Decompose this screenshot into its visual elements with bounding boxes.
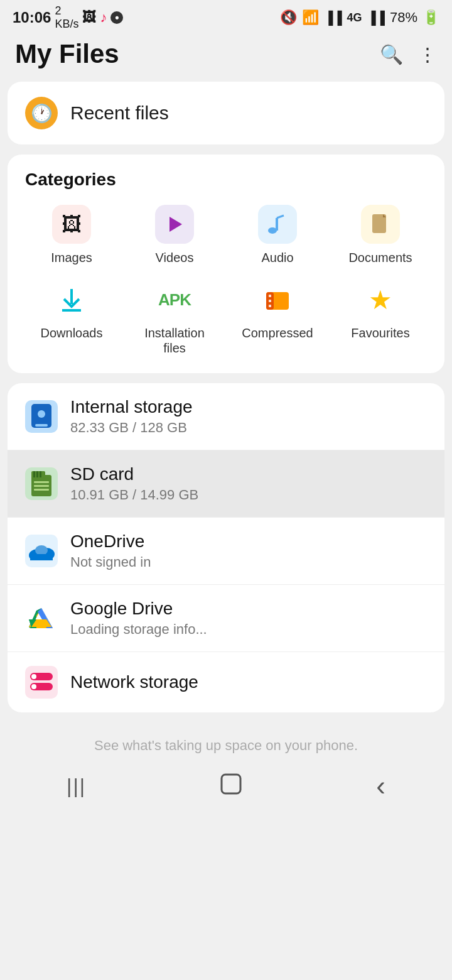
onedrive-info: OneDrive Not signed in (70, 531, 151, 570)
nav-back[interactable]: ‹ (376, 770, 385, 802)
downloads-label: Downloads (41, 325, 103, 340)
installation-icon: APK (155, 280, 194, 319)
header-actions: 🔍 ⋮ (380, 43, 437, 65)
svg-point-45 (31, 674, 36, 679)
svg-point-25 (35, 545, 48, 555)
categories-card: Categories 🖼 Images Videos (8, 155, 444, 373)
documents-icon (361, 205, 400, 244)
category-favourites[interactable]: ★ Favourites (329, 280, 432, 356)
header: My Files 🔍 ⋮ (0, 33, 452, 82)
svg-point-1 (268, 227, 277, 234)
time: 10:06 (13, 9, 51, 26)
sdcard-info: SD card 10.91 GB / 14.99 GB (70, 464, 198, 503)
wifi-icon: 📶 (302, 9, 319, 26)
signal2-icon: ▐▐ (367, 11, 385, 25)
svg-rect-21 (34, 485, 49, 487)
gdrive-detail: Loading storage info... (70, 621, 207, 638)
category-compressed[interactable]: Compressed (226, 280, 329, 356)
images-label: Images (51, 250, 92, 265)
svg-rect-10 (269, 300, 271, 302)
internal-storage-name: Internal storage (70, 397, 193, 417)
onedrive-icon (25, 535, 58, 567)
storage-sdcard[interactable]: SD card 10.91 GB / 14.99 GB (8, 450, 444, 517)
network-icon (25, 666, 58, 699)
images-icon: 🖼 (52, 205, 91, 244)
svg-rect-9 (269, 295, 271, 297)
gdrive-name: Google Drive (70, 599, 207, 619)
page-title: My Files (15, 39, 119, 69)
recent-files-card[interactable]: 🕐 Recent files (8, 82, 444, 144)
recent-files-row[interactable]: 🕐 Recent files (8, 82, 444, 144)
nav-home[interactable] (219, 772, 243, 800)
battery-text: 78% (390, 9, 417, 26)
sdcard-name: SD card (70, 464, 198, 484)
category-documents[interactable]: Documents (329, 205, 432, 265)
svg-point-46 (31, 684, 36, 689)
svg-rect-18 (36, 471, 38, 477)
signal-icon: ▐▐ (324, 11, 342, 25)
network-info: Network storage (70, 672, 198, 692)
category-audio[interactable]: Audio (226, 205, 329, 265)
category-installation[interactable]: APK Installation files (123, 280, 226, 356)
videos-icon (155, 205, 194, 244)
kb-indicator: 2KB/s (55, 4, 78, 31)
svg-rect-13 (35, 424, 48, 427)
onedrive-name: OneDrive (70, 531, 151, 552)
nav-bar: ||| ‹ (0, 760, 452, 817)
svg-rect-2 (276, 218, 278, 231)
svg-rect-22 (34, 489, 49, 491)
more-icon[interactable]: ⋮ (418, 43, 437, 65)
dot-indicator: • (110, 11, 123, 24)
network-4g: 4G (347, 11, 362, 24)
onedrive-detail: Not signed in (70, 554, 151, 570)
svg-rect-47 (222, 775, 240, 793)
sdcard-detail: 10.91 GB / 14.99 GB (70, 487, 198, 503)
favourites-label: Favourites (351, 325, 409, 340)
storage-onedrive[interactable]: OneDrive Not signed in (8, 517, 444, 584)
category-grid: 🖼 Images Videos Audio (20, 205, 432, 356)
sdcard-icon (25, 467, 58, 500)
svg-rect-11 (269, 305, 271, 307)
recent-files-label: Recent files (70, 102, 169, 124)
battery-icon: 🔋 (422, 9, 439, 26)
storage-gdrive[interactable]: Google Drive Loading storage info... (8, 584, 444, 651)
gdrive-icon (25, 602, 58, 634)
internal-storage-info: Internal storage 82.33 GB / 128 GB (70, 397, 193, 436)
svg-marker-0 (170, 217, 182, 232)
category-videos[interactable]: Videos (123, 205, 226, 265)
audio-label: Audio (261, 250, 293, 265)
favourites-icon: ★ (361, 280, 400, 319)
videos-label: Videos (156, 250, 194, 265)
internal-storage-detail: 82.33 GB / 128 GB (70, 420, 193, 436)
svg-rect-26 (30, 554, 53, 560)
network-name: Network storage (70, 672, 198, 692)
svg-line-3 (277, 215, 284, 218)
storage-internal[interactable]: Internal storage 82.33 GB / 128 GB (8, 383, 444, 450)
internal-storage-icon (25, 400, 58, 433)
audio-icon (258, 205, 297, 244)
categories-title: Categories (20, 170, 432, 190)
category-images[interactable]: 🖼 Images (20, 205, 123, 265)
status-left: 10:06 2KB/s 🖼 ♪ • (13, 4, 123, 31)
svg-rect-20 (34, 481, 49, 483)
compressed-label: Compressed (242, 325, 313, 340)
documents-label: Documents (348, 250, 412, 265)
svg-rect-19 (40, 471, 41, 477)
status-right: 🔇 📶 ▐▐ 4G ▐▐ 78% 🔋 (280, 9, 439, 26)
status-bar: 10:06 2KB/s 🖼 ♪ • 🔇 📶 ▐▐ 4G ▐▐ 78% 🔋 (0, 0, 452, 33)
svg-point-14 (38, 410, 45, 418)
storage-card: Internal storage 82.33 GB / 128 GB SD ca… (8, 383, 444, 712)
nav-menu[interactable]: ||| (67, 775, 86, 798)
mute-icon: 🔇 (280, 9, 297, 26)
downloads-icon (52, 280, 91, 319)
category-downloads[interactable]: Downloads (20, 280, 123, 356)
svg-rect-17 (33, 471, 35, 477)
search-icon[interactable]: 🔍 (380, 43, 403, 65)
storage-network[interactable]: Network storage (8, 651, 444, 712)
installation-label: Installation files (144, 325, 205, 356)
gallery-icon: 🖼 (82, 9, 96, 26)
footer-text: See what's taking up space on your phone… (0, 722, 452, 760)
recent-clock-icon: 🕐 (25, 97, 58, 129)
gdrive-info: Google Drive Loading storage info... (70, 599, 207, 638)
compressed-icon (258, 280, 297, 319)
